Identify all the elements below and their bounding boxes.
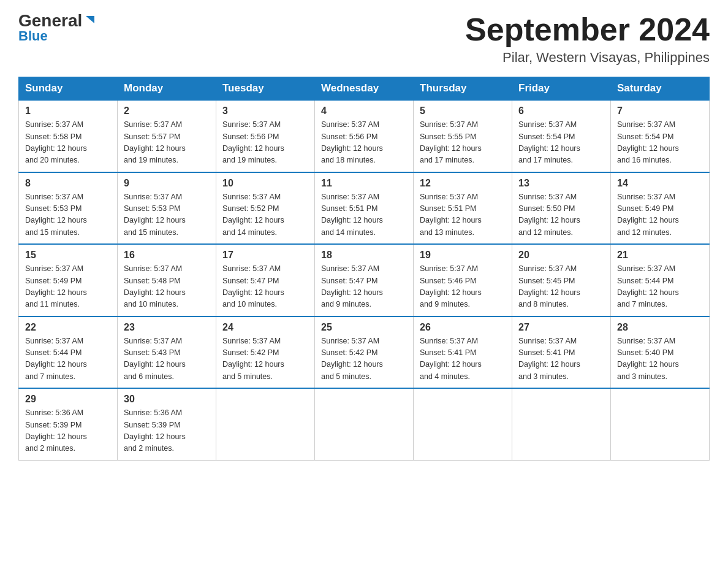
col-monday: Monday <box>118 77 216 101</box>
table-row: 6Sunrise: 5:37 AMSunset: 5:54 PMDaylight… <box>512 100 611 172</box>
day-number: 24 <box>222 322 308 333</box>
table-row: 13Sunrise: 5:37 AMSunset: 5:50 PMDayligh… <box>512 172 611 245</box>
day-info: Sunrise: 5:37 AMSunset: 5:51 PMDaylight:… <box>420 191 506 239</box>
col-thursday: Thursday <box>414 77 512 101</box>
logo-general: General <box>18 12 82 29</box>
day-info: Sunrise: 5:37 AMSunset: 5:54 PMDaylight:… <box>518 119 604 167</box>
table-row: 5Sunrise: 5:37 AMSunset: 5:55 PMDaylight… <box>414 100 512 172</box>
calendar-header-row: Sunday Monday Tuesday Wednesday Thursday… <box>19 77 710 101</box>
day-number: 17 <box>222 250 308 261</box>
day-number: 8 <box>25 178 111 189</box>
calendar-week-row: 15Sunrise: 5:37 AMSunset: 5:49 PMDayligh… <box>19 244 710 316</box>
day-info: Sunrise: 5:37 AMSunset: 5:53 PMDaylight:… <box>25 191 111 239</box>
day-info: Sunrise: 5:37 AMSunset: 5:42 PMDaylight:… <box>321 335 407 383</box>
calendar-week-row: 29Sunrise: 5:36 AMSunset: 5:39 PMDayligh… <box>19 388 710 460</box>
logo: General Blue <box>18 12 97 44</box>
day-info: Sunrise: 5:37 AMSunset: 5:53 PMDaylight:… <box>124 191 210 239</box>
calendar-title: September 2024 <box>465 12 710 47</box>
day-number: 21 <box>617 250 703 261</box>
table-row: 17Sunrise: 5:37 AMSunset: 5:47 PMDayligh… <box>216 244 315 316</box>
day-number: 7 <box>617 105 703 117</box>
day-info: Sunrise: 5:37 AMSunset: 5:49 PMDaylight:… <box>617 191 703 239</box>
table-row <box>216 388 315 460</box>
table-row: 30Sunrise: 5:36 AMSunset: 5:39 PMDayligh… <box>118 388 216 460</box>
table-row <box>512 388 611 460</box>
day-number: 19 <box>420 250 506 261</box>
table-row: 28Sunrise: 5:37 AMSunset: 5:40 PMDayligh… <box>611 316 710 389</box>
day-number: 9 <box>124 178 210 189</box>
page-header: General Blue September 2024 Pilar, Weste… <box>18 12 710 66</box>
day-info: Sunrise: 5:37 AMSunset: 5:47 PMDaylight:… <box>222 263 308 311</box>
day-number: 3 <box>222 105 308 117</box>
day-info: Sunrise: 5:36 AMSunset: 5:39 PMDaylight:… <box>25 407 111 455</box>
table-row: 16Sunrise: 5:37 AMSunset: 5:48 PMDayligh… <box>118 244 216 316</box>
col-saturday: Saturday <box>611 77 710 101</box>
day-number: 25 <box>321 322 407 333</box>
day-number: 12 <box>420 178 506 189</box>
logo-blue: Blue <box>18 28 48 44</box>
day-number: 27 <box>518 322 604 333</box>
day-number: 22 <box>25 322 111 333</box>
table-row: 12Sunrise: 5:37 AMSunset: 5:51 PMDayligh… <box>414 172 512 245</box>
day-info: Sunrise: 5:37 AMSunset: 5:54 PMDaylight:… <box>617 119 703 167</box>
table-row: 23Sunrise: 5:37 AMSunset: 5:43 PMDayligh… <box>118 316 216 389</box>
table-row: 4Sunrise: 5:37 AMSunset: 5:56 PMDaylight… <box>315 100 414 172</box>
calendar-subtitle: Pilar, Western Visayas, Philippines <box>465 50 710 66</box>
svg-marker-0 <box>86 16 94 23</box>
table-row: 10Sunrise: 5:37 AMSunset: 5:52 PMDayligh… <box>216 172 315 245</box>
table-row: 11Sunrise: 5:37 AMSunset: 5:51 PMDayligh… <box>315 172 414 245</box>
day-info: Sunrise: 5:37 AMSunset: 5:44 PMDaylight:… <box>617 263 703 311</box>
day-number: 16 <box>124 250 210 261</box>
day-info: Sunrise: 5:37 AMSunset: 5:44 PMDaylight:… <box>25 335 111 383</box>
day-number: 11 <box>321 178 407 189</box>
day-info: Sunrise: 5:37 AMSunset: 5:57 PMDaylight:… <box>124 119 210 167</box>
day-info: Sunrise: 5:37 AMSunset: 5:56 PMDaylight:… <box>222 119 308 167</box>
table-row: 18Sunrise: 5:37 AMSunset: 5:47 PMDayligh… <box>315 244 414 316</box>
day-info: Sunrise: 5:37 AMSunset: 5:43 PMDaylight:… <box>124 335 210 383</box>
day-number: 13 <box>518 178 604 189</box>
calendar-week-row: 22Sunrise: 5:37 AMSunset: 5:44 PMDayligh… <box>19 316 710 389</box>
table-row <box>315 388 414 460</box>
table-row: 1Sunrise: 5:37 AMSunset: 5:58 PMDaylight… <box>19 100 118 172</box>
day-number: 4 <box>321 105 407 117</box>
col-friday: Friday <box>512 77 611 101</box>
day-number: 18 <box>321 250 407 261</box>
day-info: Sunrise: 5:37 AMSunset: 5:49 PMDaylight:… <box>25 263 111 311</box>
table-row: 2Sunrise: 5:37 AMSunset: 5:57 PMDaylight… <box>118 100 216 172</box>
table-row: 21Sunrise: 5:37 AMSunset: 5:44 PMDayligh… <box>611 244 710 316</box>
table-row: 15Sunrise: 5:37 AMSunset: 5:49 PMDayligh… <box>19 244 118 316</box>
table-row: 26Sunrise: 5:37 AMSunset: 5:41 PMDayligh… <box>414 316 512 389</box>
table-row: 9Sunrise: 5:37 AMSunset: 5:53 PMDaylight… <box>118 172 216 245</box>
day-info: Sunrise: 5:37 AMSunset: 5:48 PMDaylight:… <box>124 263 210 311</box>
table-row: 22Sunrise: 5:37 AMSunset: 5:44 PMDayligh… <box>19 316 118 389</box>
day-number: 29 <box>25 394 111 405</box>
col-wednesday: Wednesday <box>315 77 414 101</box>
calendar-week-row: 1Sunrise: 5:37 AMSunset: 5:58 PMDaylight… <box>19 100 710 172</box>
day-number: 14 <box>617 178 703 189</box>
table-row: 7Sunrise: 5:37 AMSunset: 5:54 PMDaylight… <box>611 100 710 172</box>
logo-arrow-icon <box>83 15 97 28</box>
table-row: 29Sunrise: 5:36 AMSunset: 5:39 PMDayligh… <box>19 388 118 460</box>
day-info: Sunrise: 5:37 AMSunset: 5:45 PMDaylight:… <box>518 263 604 311</box>
table-row <box>611 388 710 460</box>
day-number: 26 <box>420 322 506 333</box>
calendar-table: Sunday Monday Tuesday Wednesday Thursday… <box>18 77 710 461</box>
day-number: 15 <box>25 250 111 261</box>
table-row: 14Sunrise: 5:37 AMSunset: 5:49 PMDayligh… <box>611 172 710 245</box>
day-number: 6 <box>518 105 604 117</box>
day-number: 10 <box>222 178 308 189</box>
day-info: Sunrise: 5:36 AMSunset: 5:39 PMDaylight:… <box>124 407 210 455</box>
day-info: Sunrise: 5:37 AMSunset: 5:40 PMDaylight:… <box>617 335 703 383</box>
table-row: 27Sunrise: 5:37 AMSunset: 5:41 PMDayligh… <box>512 316 611 389</box>
table-row: 3Sunrise: 5:37 AMSunset: 5:56 PMDaylight… <box>216 100 315 172</box>
day-info: Sunrise: 5:37 AMSunset: 5:55 PMDaylight:… <box>420 119 506 167</box>
calendar-week-row: 8Sunrise: 5:37 AMSunset: 5:53 PMDaylight… <box>19 172 710 245</box>
table-row: 24Sunrise: 5:37 AMSunset: 5:42 PMDayligh… <box>216 316 315 389</box>
day-info: Sunrise: 5:37 AMSunset: 5:50 PMDaylight:… <box>518 191 604 239</box>
day-info: Sunrise: 5:37 AMSunset: 5:46 PMDaylight:… <box>420 263 506 311</box>
day-info: Sunrise: 5:37 AMSunset: 5:47 PMDaylight:… <box>321 263 407 311</box>
day-number: 23 <box>124 322 210 333</box>
day-info: Sunrise: 5:37 AMSunset: 5:41 PMDaylight:… <box>518 335 604 383</box>
day-info: Sunrise: 5:37 AMSunset: 5:42 PMDaylight:… <box>222 335 308 383</box>
day-number: 30 <box>124 394 210 405</box>
